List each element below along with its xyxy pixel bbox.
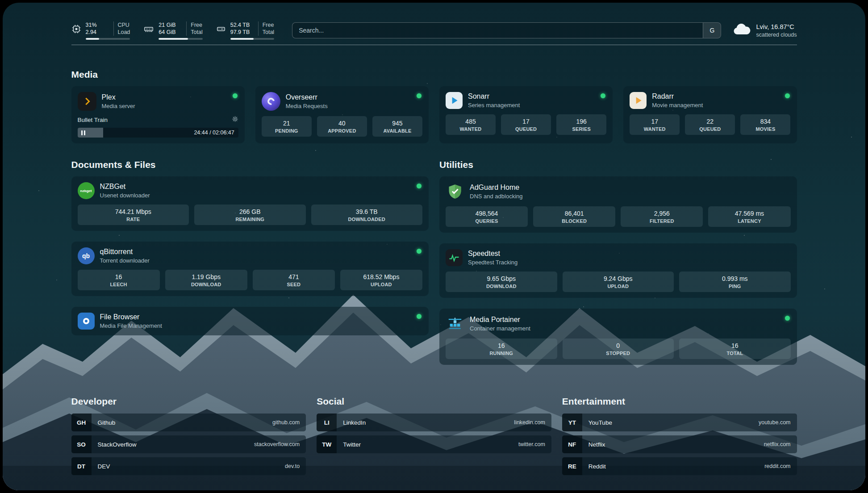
bookmark-group-social: Social LI LinkedIn linkedin.com TW Twitt… [317, 396, 551, 475]
stat-latency: 47.569 ms LATENCY [708, 206, 790, 227]
service-description: Container management [470, 325, 530, 332]
bookmark-dev[interactable]: DT DEV dev.to [71, 457, 306, 475]
bookmark-abbr: RE [562, 457, 582, 475]
search-input[interactable] [292, 23, 703, 38]
search-bar: G [292, 22, 721, 38]
cpu-label: CPU [118, 21, 130, 29]
sonarr-icon [446, 92, 463, 109]
service-card-sonarr[interactable]: Sonarr Series management 485 WANTED 17 Q… [439, 86, 613, 143]
disk-total-value: 97.9 TB [230, 29, 254, 36]
bookmark-netflix[interactable]: NF Netflix netflix.com [562, 435, 797, 453]
bookmark-name: DEV [98, 463, 110, 470]
bookmark-name: Github [98, 419, 116, 426]
service-card-adguard[interactable]: AdGuard Home DNS and adblocking 498,564 … [439, 176, 797, 233]
bookmark-abbr: GH [71, 414, 92, 431]
stat-movies: 834 MOVIES [740, 114, 790, 135]
stat-pending: 21 PENDING [262, 116, 312, 137]
service-description: Media File Management [100, 322, 162, 329]
adguard-icon [446, 182, 464, 201]
cpu-progress-bar [86, 38, 130, 40]
section-title-media: Media [71, 69, 797, 80]
stat-stopped: 0 STOPPED [563, 338, 674, 359]
status-dot [785, 316, 790, 321]
cpu-percent: 31% [86, 21, 109, 29]
service-description: Media Requests [286, 103, 328, 109]
section-title-social: Social [317, 396, 551, 407]
disk-metric: 52.4 TB 97.9 TB Free Total [216, 21, 274, 40]
bookmark-group-developer: Developer GH Github github.com SO StackO… [71, 396, 306, 475]
service-description: Series management [468, 102, 520, 109]
service-card-qbittorrent[interactable]: qb qBittorrent Torrent downloader 16 LEE… [71, 242, 429, 296]
service-card-plex[interactable]: Plex Media server Bullet Train 24:44 / 0… [71, 86, 245, 143]
bookmark-twitter[interactable]: TW Twitter twitter.com [317, 435, 551, 453]
now-playing-time: 24:44 / 02:06:47 [194, 130, 238, 136]
bookmark-stackoverflow[interactable]: SO StackOverflow stackoverflow.com [71, 435, 306, 453]
status-dot [233, 93, 238, 98]
bookmark-youtube[interactable]: YT YouTube youtube.com [562, 414, 797, 431]
memory-icon [143, 24, 154, 36]
utilities-column: Utilities AdGuard Home DNS and adblockin… [439, 159, 797, 365]
service-description: DNS and adblocking [470, 193, 523, 200]
service-name: Plex [102, 93, 135, 101]
bookmark-reddit[interactable]: RE Reddit reddit.com [562, 457, 797, 475]
cpu-load-value: 2.94 [86, 29, 109, 36]
service-description: Torrent downloader [100, 257, 150, 264]
system-metrics: 31% 2.94 CPU Load [71, 21, 275, 40]
now-playing-title: Bullet Train [78, 117, 108, 123]
stat-approved: 40 APPROVED [317, 116, 367, 137]
service-description: Movie management [652, 102, 703, 109]
plex-icon [78, 92, 96, 111]
bookmark-abbr: LI [317, 414, 337, 431]
service-card-portainer[interactable]: Media Portainer Container management 16 … [439, 309, 797, 365]
service-name: AdGuard Home [470, 184, 523, 192]
service-name: Sonarr [468, 92, 520, 100]
memory-free-value: 21 GiB [159, 21, 182, 29]
bookmark-abbr: YT [562, 414, 582, 431]
bookmark-abbr: DT [71, 457, 92, 475]
stat-queries: 498,564 QUERIES [446, 206, 528, 227]
filebrowser-icon [78, 313, 95, 330]
bookmark-name: YouTube [588, 419, 612, 426]
disk-icon [216, 24, 226, 36]
pause-icon [81, 130, 85, 135]
bookmark-url: linkedin.com [514, 419, 545, 426]
overseerr-icon [262, 92, 280, 111]
disk-total-label: Total [263, 29, 274, 36]
weather-condition: scattered clouds [756, 32, 797, 38]
speedtest-icon [446, 249, 463, 266]
status-dot [417, 93, 421, 98]
documents-column: Documents & Files nzbget NZBGet Usenet d… [71, 159, 429, 365]
service-name: NZBGet [100, 183, 150, 191]
qbittorrent-icon: qb [78, 247, 95, 264]
cloud-icon [733, 23, 751, 38]
service-description: Usenet downloader [100, 192, 150, 199]
bookmark-github[interactable]: GH Github github.com [71, 414, 306, 431]
service-card-radarr[interactable]: Radarr Movie management 17 WANTED 22 QUE… [623, 86, 797, 143]
service-name: File Browser [100, 313, 162, 321]
bookmark-url: twitter.com [518, 441, 545, 447]
stat-queued: 22 QUEUED [685, 114, 735, 135]
cpu-icon [71, 24, 81, 36]
service-name: Overseerr [286, 93, 328, 101]
snow-specks [3, 3, 4, 4]
memory-free-label: Free [191, 21, 202, 29]
memory-total-value: 64 GiB [159, 29, 182, 36]
service-card-nzbget[interactable]: nzbget NZBGet Usenet downloader 744.21 M… [71, 176, 429, 231]
service-description: Media server [102, 103, 135, 109]
portainer-icon [446, 314, 464, 333]
bookmark-abbr: SO [71, 435, 92, 453]
bookmark-linkedin[interactable]: LI LinkedIn linkedin.com [317, 414, 551, 431]
service-card-filebrowser[interactable]: File Browser Media File Management [71, 307, 429, 335]
service-card-overseerr[interactable]: Overseerr Media Requests 21 PENDING 40 A… [255, 86, 429, 143]
now-playing-progress-bar: 24:44 / 02:06:47 [78, 128, 238, 138]
service-card-speedtest[interactable]: Speedtest Speedtest Tracking 9.65 Gbps D… [439, 243, 797, 298]
bookmark-name: StackOverflow [98, 441, 137, 448]
search-provider-button[interactable]: G [703, 23, 721, 38]
weather-widget: Lviv, 16.87°C scattered clouds [733, 23, 797, 38]
media-cards-row: Plex Media server Bullet Train 24:44 / 0… [71, 86, 797, 143]
stat-wanted: 485 WANTED [446, 114, 496, 135]
gear-icon[interactable] [232, 116, 238, 124]
dashboard-screen: 31% 2.94 CPU Load [3, 3, 865, 490]
bookmark-abbr: TW [317, 435, 337, 453]
status-dot [417, 184, 421, 188]
